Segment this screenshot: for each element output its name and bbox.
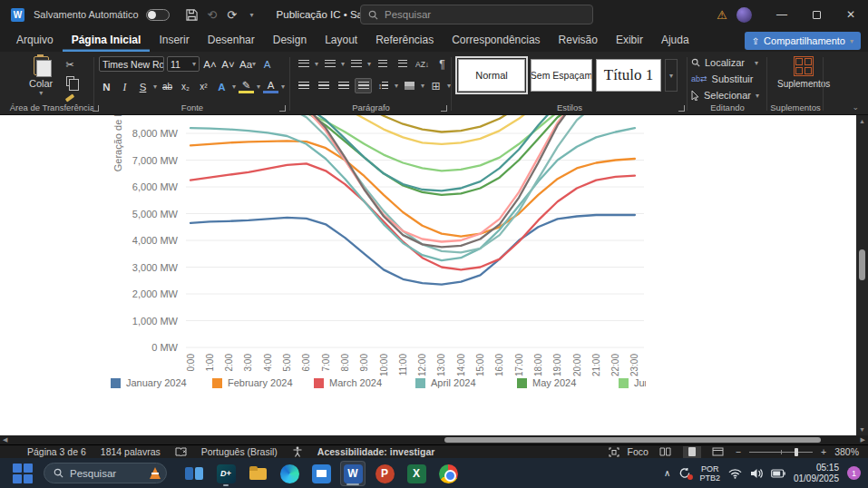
select-button[interactable]: Selecionar▾ [691,88,759,102]
styles-gallery-more-button[interactable]: ▾ [665,59,678,92]
taskbar-search[interactable]: Pesquisar [44,463,167,483]
shrink-font-button[interactable]: A˅ [220,56,236,72]
focus-mode-icon[interactable] [609,447,619,457]
taskbar-app-chrome[interactable] [435,461,461,486]
zoom-level[interactable]: 380% [834,446,859,457]
multilevel-list-button[interactable] [347,56,365,72]
notification-badge[interactable]: 1 [847,466,861,480]
font-family-combo[interactable]: Times New Roma▾ [99,56,164,72]
highlight-button[interactable]: ✎ [239,81,254,93]
focus-mode-label[interactable]: Foco [628,446,649,457]
grow-font-button[interactable]: A˄ [202,56,218,72]
align-center-button[interactable] [315,78,332,93]
cut-button[interactable]: ✂ [62,57,78,72]
change-case-button[interactable]: Aa▾ [239,56,257,72]
tab-revisão[interactable]: Revisão [550,30,607,52]
tab-ajuda[interactable]: Ajuda [652,30,698,52]
zoom-slider-thumb[interactable] [795,448,798,456]
tab-arquivo[interactable]: Arquivo [7,30,63,52]
tray-overflow-icon[interactable]: ∧ [664,468,670,478]
word-count[interactable]: 1814 palavras [101,446,161,457]
clock[interactable]: 05:1501/09/2025 [794,463,839,484]
tab-referências[interactable]: Referências [366,30,443,52]
autosave-toggle[interactable] [146,9,170,21]
pilcrow-button[interactable]: ¶ [434,56,451,72]
tab-correspondências[interactable]: Correspondências [443,30,549,52]
minimize-button[interactable]: — [765,0,799,29]
web-layout-button[interactable] [709,446,727,458]
style-titulo-1[interactable]: Título 1 [596,59,661,92]
subscript-button[interactable]: x₂ [178,79,193,94]
shading-button[interactable] [401,78,418,93]
horizontal-scrollbar[interactable]: ◀ ▶ [0,435,868,444]
close-button[interactable]: ✕ [834,0,868,29]
superscript-button[interactable]: x² [196,79,211,94]
account-avatar[interactable] [736,7,752,23]
font-dialog-launcher[interactable] [279,105,286,112]
justify-button[interactable] [355,78,372,93]
tab-exibir[interactable]: Exibir [607,30,652,52]
collapse-ribbon-button[interactable]: ⌄ [852,102,859,112]
tab-inserir[interactable]: Inserir [150,30,198,52]
customize-toolbar-button[interactable]: ▾ [242,5,262,24]
taskbar-app-file-explorer[interactable] [245,461,270,486]
language-indicator[interactable]: Português (Brasil) [201,446,278,457]
styles-dialog-launcher[interactable] [678,105,685,112]
language-tray[interactable]: PORPTB2 [699,464,720,483]
document-page[interactable]: 0 MW1,000 MW2,000 MW3,000 MW4,000 MW5,00… [0,115,868,435]
clear-formatting-button[interactable]: A [259,56,275,72]
zoom-out-button[interactable]: − [736,446,741,457]
paste-button[interactable]: Colar ▾ [29,56,53,97]
vertical-scroll-thumb[interactable] [859,249,865,280]
taskbar-app-microsoft-store[interactable] [308,461,334,486]
proofing-icon[interactable] [175,447,187,457]
style-sem-espacamento[interactable]: Sem Espaçam [531,59,592,92]
taskbar-app-edge[interactable] [277,461,302,486]
tab-layout[interactable]: Layout [316,30,366,52]
align-left-button[interactable] [295,78,312,93]
warning-icon[interactable]: ⚠ [717,8,727,22]
save-button[interactable] [182,5,202,24]
start-button[interactable] [11,462,34,485]
borders-button[interactable]: ⊞ [427,78,444,93]
read-mode-button[interactable] [657,446,675,458]
sync-icon[interactable] [678,467,691,479]
numbering-button[interactable] [321,56,338,72]
taskbar-app-disney-plus[interactable]: D+ [213,461,239,486]
accessibility-status[interactable]: Acessibilidade: investigar [317,446,435,457]
tab-desenhar[interactable]: Desenhar [199,30,264,52]
text-effects-button[interactable]: A [214,79,229,94]
page-indicator[interactable]: Página 3 de 6 [27,446,86,457]
sort-button[interactable]: AZ↓ [414,56,431,72]
share-button[interactable]: ⇪ Compartilhamento ▾ [745,32,861,50]
strikethrough-button[interactable]: ab [160,79,175,94]
volume-icon[interactable] [750,468,763,479]
zoom-in-button[interactable]: + [821,446,826,457]
taskbar-app-powerpoint[interactable]: P [372,461,397,486]
taskbar-app-word[interactable]: W [340,461,366,486]
replace-button[interactable]: ab⇄ Substituir [691,72,753,86]
search-box[interactable]: Pesquisar [360,5,593,24]
underline-button[interactable]: S [135,79,151,94]
line-spacing-button[interactable]: ↕ [375,78,392,93]
vertical-scrollbar[interactable]: ▲ ▼ [856,115,868,435]
paragraph-dialog-launcher[interactable] [441,105,447,112]
taskbar-app-excel[interactable]: X [404,461,429,486]
bullets-button[interactable] [295,56,312,72]
decrease-indent-button[interactable] [374,56,391,72]
taskbar-app-task-view[interactable] [181,461,207,486]
italic-button[interactable]: I [117,79,132,94]
increase-indent-button[interactable] [394,56,411,72]
align-right-button[interactable] [335,78,352,93]
print-layout-button[interactable] [683,446,701,458]
tab-página-inicial[interactable]: Página Inicial [63,30,151,52]
horizontal-scroll-thumb[interactable] [444,437,821,443]
tab-design[interactable]: Design [264,30,316,52]
battery-icon[interactable] [771,469,785,478]
copy-button[interactable] [62,73,78,88]
style-normal[interactable]: Normal [458,59,525,92]
zoom-slider[interactable] [749,446,813,458]
font-size-combo[interactable]: 11▾ [167,56,200,72]
wifi-icon[interactable] [728,468,742,479]
font-color-button[interactable]: A [263,81,278,93]
